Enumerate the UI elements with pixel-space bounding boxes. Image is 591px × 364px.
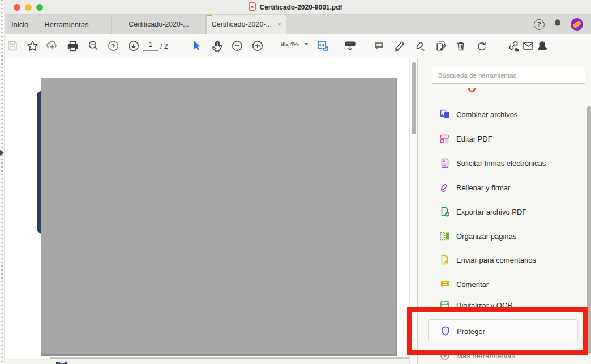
active-tab-accent	[207, 15, 212, 16]
sign-tool-icon[interactable]	[412, 38, 427, 53]
tool-item-label: Comentar	[456, 280, 489, 289]
send-for-comments-icon	[439, 254, 451, 265]
account-avatar[interactable]	[571, 18, 583, 31]
document-scrollbar-thumb[interactable]	[412, 62, 416, 134]
export-pdf-icon	[439, 206, 451, 217]
tool-item-label: Más herramientas	[456, 352, 515, 360]
next-page-icon[interactable]	[126, 38, 141, 53]
page2-logo-fragment	[55, 359, 79, 364]
tool-item-label: Digitalizar y OCR	[456, 301, 513, 310]
tab-bar: Inicio Herramientas Certificado-2020-...…	[0, 15, 591, 34]
tool-item-combinar-archivos[interactable]: Combinar archivos	[418, 108, 591, 121]
window-controls	[14, 4, 43, 11]
tool-item-label: Editar PDF	[456, 135, 492, 143]
tab-inicio[interactable]: Inicio	[3, 15, 36, 34]
expand-nav-arrow-icon[interactable]	[0, 150, 4, 156]
tool-item-solicitar-firmas[interactable]: Solicitar firmas electrónicas	[418, 156, 591, 170]
document-tab-2-label: Certificado-2020-...	[212, 20, 272, 28]
tools-search[interactable]	[432, 67, 585, 84]
perforated-edge-decoration	[0, 0, 5, 364]
fill-sign-icon	[439, 182, 451, 193]
document-tab-1[interactable]: Certificado-2020-...	[111, 15, 206, 34]
pdf-file-icon	[249, 2, 256, 13]
more-tools-icon	[439, 350, 451, 361]
edit-page-icon[interactable]	[433, 38, 448, 53]
zoom-level-value: 95,4%	[280, 41, 299, 48]
request-signatures-icon	[439, 157, 451, 169]
title-bar: Certificado-2020-9001.pdf	[0, 0, 591, 15]
tool-item-label: Solicitar firmas electrónicas	[456, 159, 546, 168]
page-display-icon[interactable]	[342, 38, 357, 53]
fit-width-icon[interactable]	[315, 38, 330, 53]
star-icon[interactable]	[25, 38, 40, 53]
notifications-bell-icon[interactable]	[553, 18, 563, 31]
print-icon[interactable]	[65, 38, 80, 53]
close-window-button[interactable]	[14, 4, 20, 11]
zoom-level-select[interactable]: 95,4%	[265, 41, 308, 50]
tab-herramientas[interactable]: Herramientas	[36, 15, 96, 34]
tools-search-input[interactable]	[438, 72, 579, 79]
window-title: Certificado-2020-9001.pdf	[259, 3, 342, 11]
comment-tool-icon[interactable]	[371, 38, 386, 53]
help-icon[interactable]: ?	[534, 19, 545, 30]
document-tab-1-label: Certificado-2020-...	[129, 20, 189, 28]
minimize-window-button[interactable]	[25, 4, 32, 11]
protect-shield-icon	[440, 326, 451, 337]
tool-item-organizar-paginas[interactable]: Organizar páginas	[418, 229, 591, 243]
zoom-in-icon[interactable]	[250, 38, 265, 53]
highlight-tool-icon[interactable]	[392, 38, 406, 53]
select-tool-icon[interactable]	[189, 38, 204, 53]
chevron-down-icon	[305, 43, 308, 45]
page-number-input[interactable]: 1	[143, 41, 158, 51]
rotate-icon[interactable]	[474, 38, 489, 53]
zoom-window-button[interactable]	[36, 4, 43, 11]
delete-icon[interactable]	[453, 38, 468, 53]
tool-item-proteger-box[interactable]: Proteger	[428, 319, 578, 341]
main-toolbar: 1 / 2 95,4%	[0, 34, 591, 58]
edit-pdf-icon	[439, 133, 451, 144]
tool-item-enviar-comentarios[interactable]: Enviar para comentarios	[418, 253, 591, 267]
sidebar-scrollbar[interactable]	[587, 65, 591, 359]
content-area: Combinar archivos Editar PDF Solicitar f…	[5, 58, 591, 364]
scrolled-tool-icon-fragment	[468, 88, 476, 92]
save-icon[interactable]	[5, 38, 20, 53]
tool-item-digitalizar-ocr[interactable]: Digitalizar y OCR	[418, 298, 591, 312]
tool-item-mas-herramientas[interactable]: Más herramientas	[418, 349, 591, 362]
comment-icon	[439, 279, 451, 290]
tool-item-proteger[interactable]: Proteger	[429, 324, 591, 338]
tool-item-exportar-pdf[interactable]: Exportar archivo PDF	[418, 205, 591, 219]
sidebar-scrollbar-thumb[interactable]	[587, 106, 591, 354]
page-image-placeholder	[41, 78, 397, 356]
hand-tool-icon[interactable]	[209, 38, 224, 53]
tool-item-label: Exportar archivo PDF	[456, 208, 526, 216]
share-link-icon[interactable]	[506, 38, 521, 53]
scan-ocr-icon	[439, 299, 451, 311]
search-icon[interactable]	[86, 38, 101, 53]
share-cloud-icon[interactable]	[45, 38, 59, 53]
tool-item-comentar[interactable]: Comentar	[418, 277, 591, 291]
combine-files-icon	[439, 109, 451, 120]
avatar-logo	[572, 20, 582, 28]
document-tab-2-active[interactable]: Certificado-2020-... ×	[206, 15, 286, 34]
page-total-label: / 2	[160, 42, 168, 50]
tool-item-label: Rellenar y firmar	[456, 183, 510, 192]
zoom-out-icon[interactable]	[230, 38, 245, 53]
close-tab-icon[interactable]: ×	[277, 20, 281, 28]
tool-item-label: Combinar archivos	[456, 110, 517, 119]
document-scrollbar[interactable]	[409, 58, 417, 364]
previous-page-icon[interactable]	[106, 38, 121, 53]
document-canvas[interactable]	[5, 58, 409, 364]
add-user-icon[interactable]	[536, 38, 550, 53]
organize-pages-icon	[439, 230, 451, 242]
tool-item-label: Enviar para comentarios	[456, 256, 536, 264]
tool-item-label: Proteger	[457, 327, 485, 336]
tool-item-editar-pdf[interactable]: Editar PDF	[418, 132, 591, 145]
tools-sidebar: Combinar archivos Editar PDF Solicitar f…	[418, 58, 591, 364]
tool-item-rellenar-firmar[interactable]: Rellenar y firmar	[418, 181, 591, 194]
email-icon[interactable]	[521, 38, 536, 53]
tool-item-label: Organizar páginas	[456, 232, 516, 241]
